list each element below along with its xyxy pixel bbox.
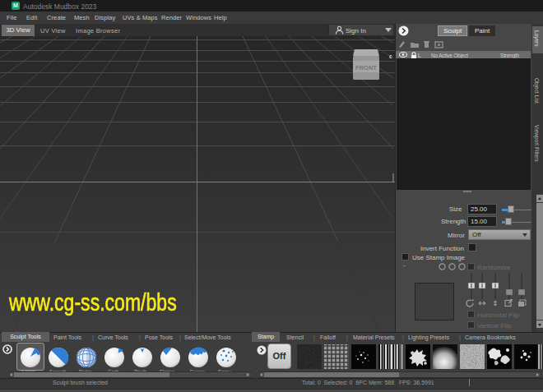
svg-text:FRONT: FRONT — [355, 64, 377, 71]
